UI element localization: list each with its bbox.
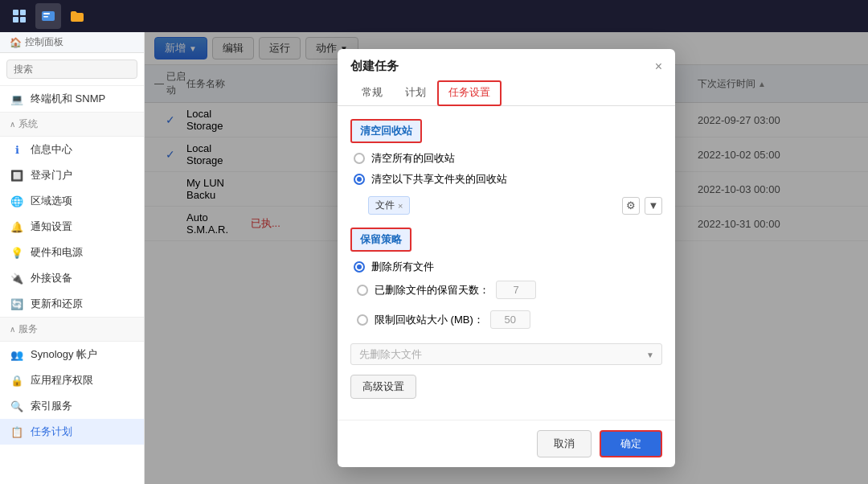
chevron-down-icon-3: ▼	[649, 199, 659, 211]
terminal-icon: 💻	[10, 92, 24, 106]
sidebar-item-synology-account[interactable]: 👥 Synology 帐户	[0, 342, 144, 367]
recycle-section: 清空回收站 清空所有的回收站 清空以下共享文件夹的回收站	[350, 119, 662, 215]
system-section-label: 系统	[18, 117, 38, 131]
login-icon: 🔲	[10, 168, 24, 183]
taskbar	[0, 0, 868, 32]
svg-rect-4	[42, 11, 55, 21]
dialog-tabs: 常规 计划 任务设置	[338, 74, 675, 106]
limit-size-radio[interactable]	[357, 314, 368, 326]
app2-taskbar-icon[interactable]	[35, 3, 61, 29]
grid-app-icon[interactable]	[6, 3, 32, 29]
sidebar: 🏠 控制面板 💻 终端机和 SNMP ∧ 系统 ℹ 信息中心 🔲 登录门户 🌐 …	[0, 32, 145, 484]
folder-taskbar-icon[interactable]	[64, 3, 90, 29]
settings-icon[interactable]: ⚙	[622, 197, 640, 215]
control-panel-label: 控制面板	[25, 35, 63, 49]
sidebar-item-info-center[interactable]: ℹ 信息中心	[0, 137, 144, 162]
svg-rect-0	[13, 10, 18, 15]
sidebar-search-area	[0, 53, 144, 86]
svg-rect-2	[13, 17, 18, 23]
usb-icon: 🔌	[10, 271, 24, 285]
keep-days-option: 已删除文件的保留天数：	[354, 281, 662, 299]
shield-icon: 🔒	[10, 373, 24, 388]
chevron-down-icon: ∧	[10, 120, 15, 129]
tab-task-settings[interactable]: 任务设置	[437, 80, 502, 106]
sidebar-item-region[interactable]: 🌐 区域选项	[0, 188, 144, 214]
hardware-icon: 💡	[10, 245, 24, 260]
dialog-overlay: 创建任务 × 常规 计划 任务设置	[145, 32, 868, 484]
services-section-label: 服务	[18, 322, 38, 336]
clear-all-label: 清空所有的回收站	[371, 151, 455, 166]
file-tag[interactable]: 文件 ×	[368, 196, 410, 215]
search-input[interactable]	[6, 59, 137, 79]
svg-rect-6	[43, 16, 48, 18]
create-task-dialog: 创建任务 × 常规 计划 任务设置	[338, 49, 675, 467]
bell-icon: 🔔	[10, 219, 24, 234]
sidebar-item-external[interactable]: 🔌 外接设备	[0, 265, 144, 291]
ok-button[interactable]: 确定	[600, 430, 662, 457]
sidebar-item-login-portal[interactable]: 🔲 登录门户	[0, 162, 144, 188]
limit-size-label: 限制回收站大小 (MB)：	[375, 313, 484, 327]
home-icon: 🏠	[10, 37, 22, 48]
dialog-close-button[interactable]: ×	[655, 60, 662, 73]
dialog-titlebar: 创建任务 ×	[338, 49, 675, 74]
file-order-select[interactable]: 先删除大文件	[350, 343, 662, 365]
clear-shared-radio[interactable]	[354, 174, 365, 185]
terminal-label: 终端机和 SNMP	[31, 92, 105, 106]
recycle-radio-group: 清空所有的回收站 清空以下共享文件夹的回收站	[350, 151, 662, 187]
clear-all-radio[interactable]	[354, 153, 365, 164]
svg-rect-3	[20, 17, 26, 23]
dialog-footer: 取消 确定	[338, 420, 675, 467]
recycle-section-title: 清空回收站	[350, 119, 422, 143]
retention-section: 保留策略 删除所有文件 已删除文件的保留天数：	[350, 224, 662, 399]
clear-shared-label: 清空以下共享文件夹的回收站	[371, 172, 507, 187]
info-icon: ℹ	[10, 142, 24, 157]
clear-all-option[interactable]: 清空所有的回收站	[354, 151, 662, 166]
cancel-button[interactable]: 取消	[537, 430, 592, 457]
limit-size-option: 限制回收站大小 (MB)：	[354, 310, 662, 329]
sidebar-item-hardware[interactable]: 💡 硬件和电源	[0, 240, 144, 265]
retention-radio-group: 删除所有文件 已删除文件的保留天数： 限制回收站大小 (MB)：	[350, 260, 662, 334]
keep-days-radio[interactable]	[357, 285, 368, 296]
sidebar-item-update[interactable]: 🔄 更新和还原	[0, 291, 144, 317]
task-icon: 📋	[10, 425, 24, 439]
svg-rect-1	[20, 10, 26, 15]
advanced-settings-button[interactable]: 高级设置	[350, 375, 416, 399]
file-tag-text: 文件	[375, 199, 395, 212]
keep-days-input[interactable]	[496, 281, 536, 299]
sidebar-item-terminal[interactable]: 💻 终端机和 SNMP	[0, 86, 144, 112]
tag-dropdown-button[interactable]: ▼	[645, 197, 662, 215]
content-area: 新增 ▼ 编辑 运行 动作 ▼ — 已启动 任务名称	[145, 32, 868, 484]
limit-size-input[interactable]	[490, 310, 530, 329]
update-icon: 🔄	[10, 297, 24, 311]
dialog-body: 清空回收站 清空所有的回收站 清空以下共享文件夹的回收站	[338, 106, 675, 420]
tab-general[interactable]: 常规	[350, 80, 394, 106]
region-icon: 🌐	[10, 194, 24, 208]
control-panel-header: 🏠 控制面板	[0, 32, 144, 53]
sidebar-item-index[interactable]: 🔍 索引服务	[0, 393, 144, 419]
keep-days-label: 已删除文件的保留天数：	[375, 283, 489, 297]
tab-schedule[interactable]: 计划	[394, 80, 437, 106]
sidebar-item-app-privileges[interactable]: 🔒 应用程序权限	[0, 367, 144, 393]
services-section-header[interactable]: ∧ 服务	[0, 317, 144, 342]
file-tag-close-icon[interactable]: ×	[398, 201, 403, 211]
index-icon: 🔍	[10, 399, 24, 413]
clear-shared-option[interactable]: 清空以下共享文件夹的回收站	[354, 172, 662, 187]
delete-all-label: 删除所有文件	[371, 260, 434, 274]
delete-all-option[interactable]: 删除所有文件	[354, 260, 662, 274]
gear-icon: ⚙	[626, 199, 636, 211]
sidebar-item-notification[interactable]: 🔔 通知设置	[0, 214, 144, 240]
chevron-down-icon-2: ∧	[10, 325, 15, 334]
retention-section-title: 保留策略	[350, 228, 411, 252]
account-icon: 👥	[10, 347, 24, 362]
dialog-title: 创建任务	[350, 59, 399, 74]
file-tag-row: 文件 × ⚙ ▼	[350, 196, 662, 215]
system-section-header[interactable]: ∧ 系统	[0, 112, 144, 137]
delete-all-radio[interactable]	[354, 261, 365, 273]
sidebar-item-task-scheduler[interactable]: 📋 任务计划	[0, 419, 144, 445]
select-wrapper: 先删除大文件	[350, 343, 662, 365]
svg-rect-5	[43, 13, 50, 14]
